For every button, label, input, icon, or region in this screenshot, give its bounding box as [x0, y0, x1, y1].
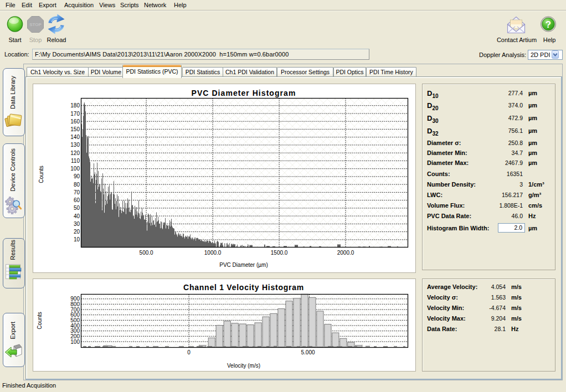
svg-text:600: 600	[70, 312, 80, 318]
svg-text:100: 100	[70, 339, 80, 345]
svg-text:10: 10	[74, 236, 80, 243]
svg-text:1000.0: 1000.0	[204, 250, 222, 256]
svg-text:0: 0	[187, 349, 191, 355]
svg-text:90: 90	[74, 173, 80, 179]
svg-text:160: 160	[70, 118, 80, 125]
svg-text:130: 130	[70, 142, 80, 148]
svg-text:500.0: 500.0	[140, 250, 153, 256]
svg-text:Channel 1 Velocity Histogram: Channel 1 Velocity Histogram	[183, 283, 304, 292]
svg-text:900: 900	[70, 296, 80, 302]
svg-text:400: 400	[70, 323, 80, 329]
svg-text:30: 30	[74, 221, 80, 227]
svg-text:100: 100	[70, 166, 80, 172]
svg-text:2000.0: 2000.0	[337, 250, 354, 256]
svg-text:Velocity (m/s): Velocity (m/s)	[227, 363, 260, 369]
svg-text:800: 800	[70, 301, 80, 307]
svg-text:?: ?	[546, 19, 551, 30]
svg-text:PVC Diameter Histogram: PVC Diameter Histogram	[192, 89, 296, 97]
svg-text:120: 120	[70, 150, 80, 156]
svg-text:Counts: Counts	[38, 166, 44, 183]
svg-text:150: 150	[70, 126, 80, 132]
svg-text:300: 300	[70, 328, 80, 334]
svg-text:140: 140	[70, 134, 80, 140]
svg-text:700: 700	[70, 307, 80, 313]
svg-text:STOP: STOP	[29, 22, 42, 27]
svg-text:60: 60	[74, 197, 80, 203]
svg-text:170: 170	[70, 111, 80, 117]
svg-text:110: 110	[71, 158, 80, 164]
svg-text:70: 70	[74, 189, 80, 195]
svg-text:50: 50	[74, 205, 80, 211]
svg-text:180: 180	[70, 102, 80, 109]
svg-text:500: 500	[70, 317, 80, 323]
svg-text:Counts: Counts	[37, 312, 43, 329]
svg-text:1500.0: 1500.0	[271, 250, 288, 256]
svg-text:200: 200	[70, 333, 80, 339]
svg-text:40: 40	[74, 213, 80, 219]
svg-text:PVC Diameter (µm): PVC Diameter (µm)	[219, 262, 267, 268]
svg-text:5.000: 5.000	[301, 349, 315, 355]
svg-text:20: 20	[74, 229, 80, 235]
svg-text:80: 80	[74, 182, 80, 188]
